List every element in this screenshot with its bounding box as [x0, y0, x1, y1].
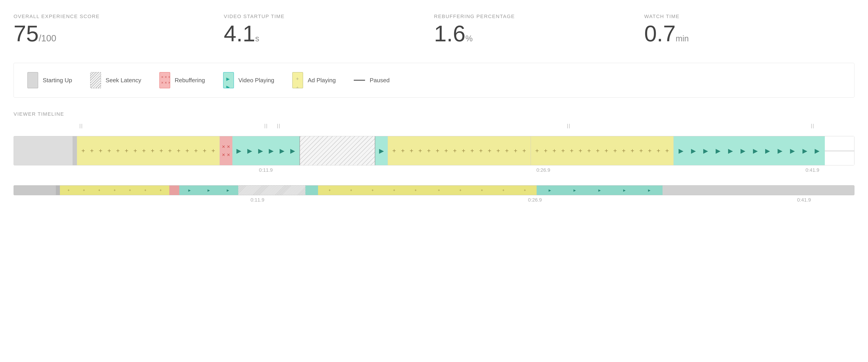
time-label-1: 0:11.9: [259, 167, 273, 173]
tick-4: [567, 124, 569, 128]
mini-seg-rebuffer: [169, 186, 180, 195]
metric-rebuffering: REBUFFERING PERCENTAGE 1.6%: [434, 9, 644, 49]
rebuffering-icon: [159, 72, 170, 88]
paused-icon: [354, 80, 365, 81]
segment-ad-playing-2: + + + + + + + + + + + + + + + +: [388, 136, 530, 165]
legend-seek-latency: Seek Latency: [90, 72, 141, 88]
tick-5: [811, 124, 813, 128]
tick-marks-top: [13, 124, 855, 135]
segment-seek-latency: [300, 136, 375, 165]
legend-paused: Paused: [354, 77, 390, 84]
metric-watch-label: WATCH TIME: [644, 13, 855, 20]
mini-seg-ad-3: +++++: [427, 186, 536, 195]
mini-seg-teal-1b: [305, 186, 318, 195]
legend-box: Starting Up Seek Latency Rebuffering Vid…: [13, 63, 855, 98]
mini-seg-seek: [238, 186, 305, 195]
mini-time-labels: 0:11.9 0:26.9 0:41.9: [13, 197, 855, 205]
legend-ad-playing: Ad Playing: [292, 72, 336, 88]
legend-starting-up: Starting Up: [27, 72, 72, 88]
time-label-3: 0:41.9: [805, 167, 819, 173]
mini-time-label-2: 0:26.9: [528, 197, 542, 203]
paused-line: [825, 151, 854, 151]
legend-ad-playing-label: Ad Playing: [308, 77, 336, 84]
metric-rebuffering-value: 1.6%: [434, 22, 644, 45]
tick-2: [265, 124, 267, 128]
metric-startup-label: VIDEO STARTUP TIME: [224, 13, 434, 20]
viewer-timeline-title: VIEWER TIMELINE: [13, 111, 855, 117]
metric-rebuffering-label: REBUFFERING PERCENTAGE: [434, 13, 644, 20]
mini-seg-teal-3: ▶▶▶▶▶: [537, 186, 663, 195]
segment-video-playing-1: ▶ ▶ ▶ ▶ ▶ ▶: [232, 136, 300, 165]
mini-seg-ad-1: +++++++: [60, 186, 169, 195]
viewer-timeline-section: VIEWER TIMELINE +: [13, 111, 855, 176]
segment-tail: [825, 136, 854, 165]
segment-video-playing-3: ▶ ▶ ▶ ▶ ▶ ▶ ▶ ▶ ▶ ▶ ▶ ▶: [674, 136, 825, 165]
starting-up-icon: [27, 72, 38, 88]
seek-latency-icon: [90, 72, 101, 88]
metric-overall-label: OVERALL EXPERIENCE SCORE: [13, 13, 224, 20]
metric-startup-time: VIDEO STARTUP TIME 4.1s: [224, 9, 434, 49]
tick-3: [277, 124, 280, 128]
mini-seg-ad-2: +++++: [318, 186, 427, 195]
mini-seg-tail: [662, 186, 854, 195]
legend-seek-latency-label: Seek Latency: [105, 77, 141, 84]
segment-divider-1: [72, 136, 77, 165]
mini-time-label-3: 0:41.9: [797, 197, 811, 203]
metric-overall-value: 75/100: [13, 22, 224, 45]
metrics-row: OVERALL EXPERIENCE SCORE 75/100 VIDEO ST…: [13, 9, 855, 49]
mini-timeline-wrapper: +++++++ ▶▶▶ +++++ +++++ ▶▶▶▶▶ 0:11.9 0:2…: [13, 185, 855, 205]
segment-starting-up: [14, 136, 72, 165]
mini-seg-divider: [56, 186, 60, 195]
mini-seg-teal-1: ▶▶▶: [179, 186, 238, 195]
metric-overall-experience: OVERALL EXPERIENCE SCORE 75/100: [13, 9, 224, 49]
legend-starting-up-label: Starting Up: [43, 77, 72, 84]
metric-startup-value: 4.1s: [224, 22, 434, 45]
tick-1: [80, 124, 82, 128]
segment-ad-playing-1: + + + + + + + + + + + + + + + +: [77, 136, 220, 165]
mini-timeline[interactable]: +++++++ ▶▶▶ +++++ +++++ ▶▶▶▶▶: [13, 185, 855, 195]
mini-time-label-1: 0:11.9: [250, 197, 264, 203]
segment-ad-playing-3: + + + + + + + + + + + + + + + +: [531, 136, 674, 165]
segment-rebuffering: × × × ×: [220, 136, 232, 165]
metric-watch-value: 0.7min: [644, 22, 855, 45]
legend-rebuffering-label: Rebuffering: [175, 77, 205, 84]
legend-paused-label: Paused: [370, 77, 390, 84]
video-playing-icon: [223, 72, 234, 88]
legend-rebuffering: Rebuffering: [159, 72, 205, 88]
time-label-2: 0:26.9: [536, 167, 550, 173]
ad-playing-icon: [292, 72, 303, 88]
main-timeline[interactable]: + + + + + + + + + + + + + + + + ×: [13, 136, 855, 165]
time-labels-main: 0:11.9 0:26.9 0:41.9: [13, 167, 855, 176]
metric-watch-time: WATCH TIME 0.7min: [644, 9, 855, 49]
mini-seg-starting: [14, 186, 56, 195]
legend-video-playing: Video Playing: [223, 72, 274, 88]
segment-video-playing-2: ▶: [375, 136, 388, 165]
legend-video-playing-label: Video Playing: [239, 77, 274, 84]
